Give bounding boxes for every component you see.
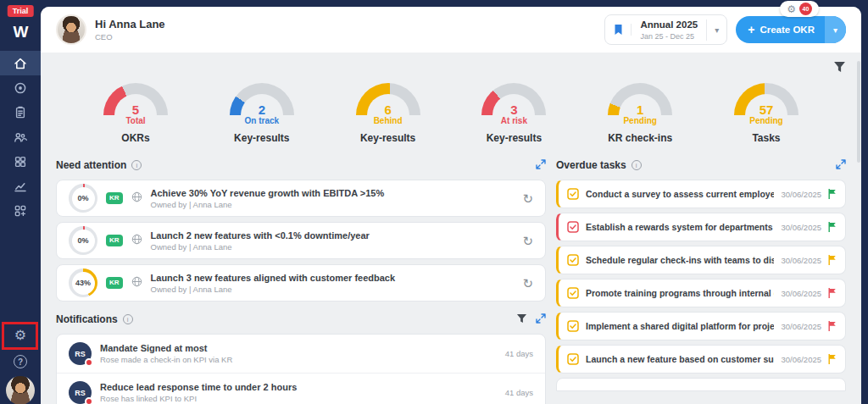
task-checkbox-icon[interactable] — [567, 320, 579, 332]
sidebar-item-people[interactable] — [0, 125, 41, 149]
sidebar-item-help[interactable]: ? — [14, 355, 27, 368]
kr-text: Achieve 30% YoY revenue growth with EBIT… — [151, 188, 385, 209]
people-icon — [13, 130, 28, 145]
chevron-down-icon[interactable]: ▾ — [707, 25, 726, 35]
flag-icon[interactable] — [828, 189, 837, 199]
notifications-panel: RS Mandate Signed at most Rose made a ch… — [56, 334, 546, 404]
notification-text: Mandate Signed at most Rose made a check… — [100, 343, 232, 364]
globe-icon — [131, 275, 142, 291]
task-row[interactable]: Launch a new feature based on customer s… — [556, 345, 846, 374]
gauge-arc: 57 — [734, 83, 798, 115]
flag-icon[interactable] — [828, 222, 837, 232]
task-due-date: 30/06/2025 — [781, 223, 821, 232]
gauge-status: Pending — [715, 116, 817, 125]
period-selector[interactable]: Annual 2025 Jan 25 - Dec 25 ▾ — [604, 14, 727, 45]
expand-icon[interactable] — [536, 312, 546, 327]
clipboard-icon — [13, 105, 28, 120]
task-row[interactable]: Schedule regular check-ins with teams to… — [556, 246, 846, 274]
gear-icon[interactable]: ⚙ — [787, 3, 796, 15]
plus-icon: + — [748, 23, 754, 36]
need-attention-header: Need attention i — [56, 156, 546, 174]
period-text: Annual 2025 Jan 25 - Dec 25 — [632, 19, 707, 41]
task-row[interactable]: Implement a shared digital platform for … — [556, 312, 846, 340]
progress-ring: 0% — [69, 184, 97, 213]
task-checkbox-icon[interactable] — [567, 353, 579, 365]
check-in-icon[interactable]: ↻ — [522, 277, 533, 290]
gauge-kr-ontrack: 2 On track Key-results — [211, 83, 313, 144]
sidebar-item-home[interactable] — [0, 51, 41, 75]
task-checkbox-icon[interactable] — [567, 254, 579, 266]
gauge-label: Key-results — [211, 132, 313, 144]
expand-icon[interactable] — [536, 158, 546, 173]
notification-item[interactable]: RS Mandate Signed at most Rose made a ch… — [57, 335, 545, 374]
task-row[interactable]: Establish a rewards system for departmen… — [556, 213, 846, 241]
sidebar-item-teams[interactable] — [0, 149, 41, 174]
sidebar-item-apps[interactable] — [0, 198, 41, 223]
gauge-arc: 3 — [481, 83, 546, 115]
task-checkbox-icon[interactable] — [567, 188, 579, 200]
home-icon — [13, 56, 28, 71]
info-icon[interactable]: i — [123, 314, 133, 324]
gauge-label: Key-results — [463, 132, 565, 144]
need-attention-card[interactable]: 0% KR Achieve 30% YoY revenue growth wit… — [56, 180, 546, 217]
flag-icon[interactable] — [828, 354, 837, 364]
gauge-arc: 1 — [608, 83, 672, 115]
settings-gear-pill[interactable]: ⚙ 40 — [780, 1, 819, 17]
trial-badge: Trial — [8, 5, 34, 17]
task-row-partial[interactable] — [556, 378, 846, 391]
check-in-icon[interactable]: ↻ — [522, 235, 533, 247]
avatar-badge — [85, 358, 93, 367]
create-okr-label: Create OKR — [760, 25, 815, 35]
flag-icon[interactable] — [828, 255, 837, 265]
create-okr-dropdown[interactable]: ▾ — [825, 16, 846, 43]
grid-icon — [13, 154, 28, 169]
sidebar-item-reports[interactable] — [0, 174, 41, 198]
sidebar-avatar[interactable] — [6, 376, 35, 404]
task-checkbox-icon[interactable] — [567, 287, 579, 299]
greeting-text: Hi Anna Lane — [95, 18, 165, 30]
create-okr-button[interactable]: + Create OKR ▾ — [736, 16, 846, 43]
sidebar-item-company[interactable] — [0, 75, 41, 100]
need-attention-card[interactable]: 0% KR Launch 2 new features with <0.1% d… — [56, 222, 546, 259]
filter-icon[interactable] — [516, 312, 527, 327]
apps-plus-icon — [13, 203, 28, 219]
gauge-value: 3 — [481, 102, 546, 117]
notification-subtitle: Rose has linked KPI to KPI — [100, 394, 297, 403]
filter-icon[interactable] — [833, 61, 846, 76]
gauge-label: Tasks — [715, 132, 817, 144]
task-row[interactable]: Promote training programs through intern… — [556, 279, 846, 307]
user-avatar[interactable] — [56, 14, 86, 45]
expand-icon[interactable] — [836, 158, 846, 173]
avatar-initials: RS — [75, 350, 86, 358]
create-okr-main[interactable]: + Create OKR — [736, 23, 825, 36]
info-icon[interactable]: i — [131, 160, 142, 170]
dashboard-content: 5 Total OKRs 2 On track Key-results 6 Be… — [41, 53, 861, 404]
info-icon[interactable]: i — [632, 160, 642, 170]
overdue-tasks-header: Overdue tasks i — [556, 156, 846, 174]
page-header: Hi Anna Lane CEO Annual 2025 Jan 25 - De… — [41, 7, 861, 53]
task-due-date: 30/06/2025 — [781, 322, 821, 331]
kr-badge: KR — [106, 277, 123, 289]
gauge-label: Key-results — [337, 132, 439, 144]
kr-title: Launch 3 new features aligned with custo… — [151, 273, 396, 283]
summary-gauges: 5 Total OKRs 2 On track Key-results 6 Be… — [56, 78, 846, 144]
avatar: RS — [69, 342, 92, 365]
task-due-date: 30/06/2025 — [781, 355, 821, 364]
gauge-value: 57 — [734, 102, 798, 117]
avatar-initials: RS — [75, 389, 86, 397]
need-attention-card[interactable]: 43% KR Launch 3 new features aligned wit… — [56, 264, 546, 302]
kr-text: Launch 2 new features with <0.1% downtim… — [151, 230, 370, 252]
flag-icon[interactable] — [828, 321, 837, 331]
notification-item[interactable]: RS Reduce lead response time to under 2 … — [57, 374, 545, 404]
period-range: Jan 25 - Dec 25 — [640, 32, 698, 41]
app-root: Trial W ⚙ — [0, 0, 868, 404]
flag-icon[interactable] — [828, 288, 837, 298]
scrollbar[interactable] — [857, 61, 860, 163]
check-in-icon[interactable]: ↻ — [522, 192, 533, 205]
task-row[interactable]: Conduct a survey to assess current emplo… — [556, 180, 846, 208]
gauge-value: 2 — [230, 102, 294, 117]
sidebar-item-okrs[interactable] — [0, 100, 41, 125]
notification-subtitle: Rose made a check-in on KPI via KR — [100, 355, 232, 364]
task-checkbox-icon[interactable] — [567, 221, 579, 233]
gauge-arc: 2 — [230, 83, 294, 115]
